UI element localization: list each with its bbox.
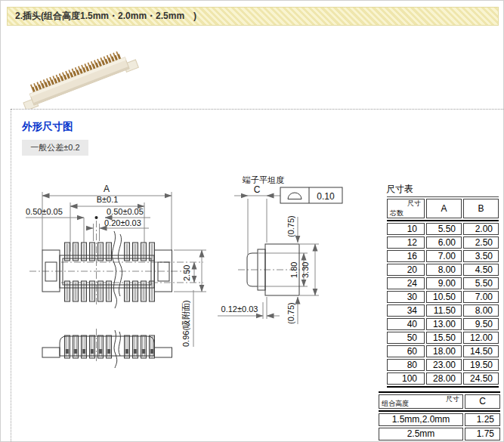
dim-label-330: 3.30: [301, 262, 310, 278]
dim-b-value-cell: 19.50: [463, 359, 499, 371]
dim-a-value-cell: 28.00: [426, 372, 462, 385]
dim-a-value-cell: 10.50: [426, 291, 462, 303]
pin-count-cell: 24: [387, 277, 425, 289]
dim-b-value-cell: 9.50: [463, 318, 499, 330]
dim-label-050-left: 0.50±0.05: [26, 207, 63, 216]
tolerance-note: 一般公差±0.2: [22, 140, 88, 156]
table-top-rule: [379, 391, 500, 393]
dim-label-096: 0.96(吸附面): [181, 300, 190, 347]
corner-label-dim: 尺寸: [446, 396, 459, 403]
pin-count-cell: 100: [387, 372, 425, 385]
dim-b-value-cell: 2.50: [463, 236, 499, 249]
column-header-a: A: [426, 199, 462, 218]
table-bottom-rule: [387, 386, 499, 388]
height-label-cell: 1.5mm,2.0mm: [379, 413, 463, 426]
section-header-band: 2.插头(组合高度1.5mm・2.0mm・2.5mm ): [7, 7, 499, 26]
corner-label-pins: 芯数: [390, 210, 404, 217]
pin: [65, 335, 70, 358]
dim-c-value-cell: 1.75: [465, 428, 500, 440]
dim-b-value-cell: 5.50: [463, 277, 499, 289]
dim-label-180: 1.80: [289, 262, 298, 278]
dim-a-value-cell: 9.00: [426, 277, 462, 289]
pin: [82, 335, 87, 358]
dim-a-value-cell: 5.50: [426, 223, 462, 235]
break-line: [112, 231, 116, 308]
pin-count-cell: 20: [387, 264, 425, 276]
pin: [73, 335, 79, 358]
dim-label-b: B±0.1: [97, 195, 119, 204]
pin: [150, 335, 155, 358]
dim-label-c: C: [254, 184, 261, 195]
dim-c-value-cell: 1.25: [465, 413, 500, 426]
dim-b-value-cell: 4.50: [463, 264, 499, 276]
dim-b-value-cell: 12.00: [463, 332, 499, 344]
pin: [141, 335, 147, 358]
pin: [107, 335, 112, 358]
section-header-title: 2.插头(组合高度1.5mm・2.0mm・2.5mm ): [15, 11, 196, 21]
pin: [125, 335, 130, 358]
top-view-pins-lower: [65, 281, 155, 301]
front-view-pins: [65, 335, 155, 358]
dim-label-020: 0.20±0.03: [104, 218, 141, 227]
break-line: [119, 332, 120, 356]
size-table: 尺寸 芯数 A B 105.502.00126.002.50167.003.50…: [387, 196, 499, 388]
dim-b-value-cell: 24.50: [463, 372, 499, 385]
dim-a-value-cell: 23.00: [426, 359, 462, 371]
dim-label-075-top: (0.75): [286, 215, 295, 237]
flatness-value: 0.10: [317, 191, 335, 202]
pin-count-cell: 60: [387, 345, 425, 357]
size-table-title: 尺寸表: [386, 183, 413, 196]
dim-label-012: 0.12±0.03: [221, 304, 258, 314]
dim-b-value-cell: 7.00: [463, 291, 499, 303]
dim-b-value-cell: 2.00: [463, 223, 499, 235]
pin-count-cell: 40: [387, 318, 425, 330]
dim-label-050-right: 0.50±0.05: [107, 207, 144, 216]
dim-a-value-cell: 7.00: [426, 250, 462, 262]
height-table: 尺寸 组合高度 C 1.5mm,2.0mm1.252.5mm1.75: [379, 391, 500, 442]
pin-count-cell: 10: [387, 223, 425, 235]
dim-b-value-cell: 8.00: [463, 304, 499, 317]
connector-body-highlight: [29, 57, 125, 97]
dim-a-value-cell: 11.50: [426, 304, 462, 317]
outline-section-title: 外形尺寸图: [22, 120, 73, 134]
corner-label-dim: 尺寸: [407, 200, 421, 207]
pin: [90, 335, 95, 358]
pitch-reference-dot: [95, 216, 98, 219]
table-top-rule: [387, 196, 499, 197]
pin-count-cell: 12: [387, 236, 425, 249]
break-line: [118, 234, 122, 296]
dim-a-value-cell: 8.00: [426, 264, 462, 276]
dim-a-value-cell: 15.50: [426, 332, 462, 344]
pin: [98, 335, 104, 358]
flatness-title: 端子平坦度: [242, 175, 284, 184]
height-table-corner-cell: 尺寸 组合高度: [379, 394, 463, 409]
connector-photo: [8, 37, 144, 109]
column-header-b: B: [463, 199, 499, 218]
dim-label-250: 2.50: [182, 265, 191, 281]
pin-count-cell: 30: [387, 291, 425, 303]
page: 2.插头(组合高度1.5mm・2.0mm・2.5mm ) 外形尺寸图 一般公差±…: [0, 0, 504, 442]
pin-count-cell: 16: [387, 250, 425, 262]
height-label-cell: 2.5mm: [379, 428, 463, 440]
connector-photo-group: [18, 46, 138, 109]
dim-a-value-cell: 13.00: [426, 318, 462, 330]
top-view-dimensions: A B±0.1 0.50±0.05 0.50±0.05 0.20±0.03 2.…: [26, 184, 206, 347]
top-view-pins-upper: [65, 243, 155, 261]
dim-label-075-bottom: (0.75): [286, 302, 295, 324]
dimension-drawing: A B±0.1 0.50±0.05 0.50±0.05 0.20±0.03 2.…: [14, 173, 379, 400]
dim-b-value-cell: 3.50: [463, 250, 499, 262]
dim-a-value-cell: 18.00: [426, 345, 462, 357]
header-rule: [379, 410, 500, 412]
pin: [133, 335, 138, 358]
pin-count-cell: 50: [387, 332, 425, 344]
dim-a-value-cell: 6.00: [426, 236, 462, 249]
corner-label-height: 组合高度: [382, 400, 409, 407]
dim-label-a: A: [104, 184, 110, 194]
pin-count-cell: 34: [387, 304, 425, 317]
column-header-c: C: [465, 394, 500, 409]
dim-b-value-cell: 14.50: [463, 345, 499, 357]
header-rule: [387, 220, 499, 221]
size-table-corner-cell: 尺寸 芯数: [387, 199, 425, 218]
pin-count-cell: 80: [387, 359, 425, 371]
